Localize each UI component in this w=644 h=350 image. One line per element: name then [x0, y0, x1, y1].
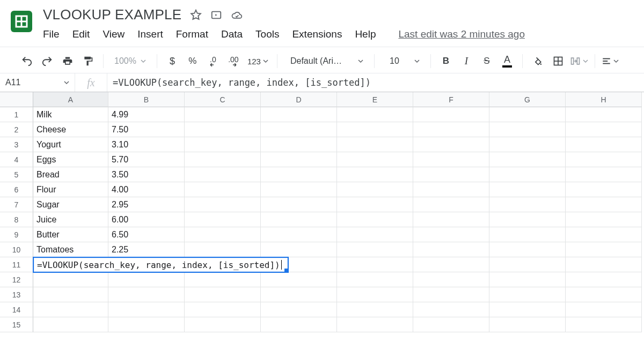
- cell-editor[interactable]: =VLOOKUP(search_key, range, index, [is_s…: [33, 257, 289, 273]
- select-all-corner[interactable]: [0, 92, 33, 107]
- cell-H13[interactable]: [566, 287, 642, 302]
- formula-bar-input[interactable]: [107, 73, 644, 92]
- row-header-15[interactable]: 15: [0, 317, 33, 332]
- cell-C1[interactable]: [185, 107, 261, 122]
- cloud-status-icon[interactable]: [231, 9, 243, 21]
- cell-D12[interactable]: [261, 272, 337, 287]
- cell-F9[interactable]: [413, 227, 489, 242]
- cell-G3[interactable]: [489, 137, 566, 152]
- cell-A2[interactable]: Cheese: [33, 122, 108, 137]
- cell-G14[interactable]: [489, 302, 566, 317]
- row-header-12[interactable]: 12: [0, 272, 33, 287]
- increase-decimal-button[interactable]: .00: [225, 53, 242, 70]
- cell-A5[interactable]: Bread: [33, 167, 108, 182]
- cell-B12[interactable]: [108, 272, 185, 287]
- row-header-3[interactable]: 3: [0, 137, 33, 152]
- cell-B1[interactable]: 4.99: [108, 107, 185, 122]
- name-box[interactable]: A11: [0, 73, 75, 92]
- cell-H9[interactable]: [566, 227, 642, 242]
- row-header-1[interactable]: 1: [0, 107, 33, 122]
- row-header-5[interactable]: 5: [0, 167, 33, 182]
- menu-file[interactable]: File: [43, 26, 67, 42]
- cell-D9[interactable]: [261, 227, 337, 242]
- zoom-dropdown[interactable]: 100%: [113, 56, 146, 66]
- cell-H12[interactable]: [566, 272, 642, 287]
- cell-B15[interactable]: [108, 317, 185, 332]
- menu-help[interactable]: Help: [355, 26, 383, 42]
- cell-B3[interactable]: 3.10: [108, 137, 185, 152]
- cell-G11[interactable]: [489, 257, 566, 272]
- menu-edit[interactable]: Edit: [72, 26, 98, 42]
- column-header-H[interactable]: H: [566, 92, 642, 107]
- column-header-A[interactable]: A: [33, 92, 108, 107]
- cell-A6[interactable]: Flour: [33, 182, 108, 197]
- cell-E8[interactable]: [337, 212, 413, 227]
- cell-H2[interactable]: [566, 122, 642, 137]
- cell-D6[interactable]: [261, 182, 337, 197]
- cell-A12[interactable]: [33, 272, 108, 287]
- cell-A4[interactable]: Eggs: [33, 152, 108, 167]
- menu-tools[interactable]: Tools: [255, 26, 287, 42]
- cell-C7[interactable]: [185, 197, 261, 212]
- cell-F14[interactable]: [413, 302, 489, 317]
- cell-D4[interactable]: [261, 152, 337, 167]
- column-header-D[interactable]: D: [261, 92, 337, 107]
- cell-C3[interactable]: [185, 137, 261, 152]
- cell-F13[interactable]: [413, 287, 489, 302]
- cell-G12[interactable]: [489, 272, 566, 287]
- cell-H10[interactable]: [566, 242, 642, 257]
- font-size-dropdown[interactable]: 10: [381, 53, 424, 70]
- cell-H8[interactable]: [566, 212, 642, 227]
- cell-H14[interactable]: [566, 302, 642, 317]
- cell-B4[interactable]: 5.70: [108, 152, 185, 167]
- undo-button[interactable]: [18, 53, 35, 70]
- cell-E5[interactable]: [337, 167, 413, 182]
- cell-E14[interactable]: [337, 302, 413, 317]
- currency-button[interactable]: $: [164, 53, 181, 70]
- cell-C2[interactable]: [185, 122, 261, 137]
- font-dropdown[interactable]: Default (Ari…: [284, 53, 368, 70]
- cell-E9[interactable]: [337, 227, 413, 242]
- cell-C15[interactable]: [185, 317, 261, 332]
- cell-D7[interactable]: [261, 197, 337, 212]
- cell-F8[interactable]: [413, 212, 489, 227]
- cell-F15[interactable]: [413, 317, 489, 332]
- cell-C14[interactable]: [185, 302, 261, 317]
- paint-format-button[interactable]: [79, 53, 97, 70]
- cell-D3[interactable]: [261, 137, 337, 152]
- cell-E4[interactable]: [337, 152, 413, 167]
- borders-button[interactable]: [550, 53, 567, 70]
- italic-button[interactable]: I: [458, 53, 475, 70]
- column-header-E[interactable]: E: [337, 92, 413, 107]
- number-format-dropdown[interactable]: 123: [245, 53, 270, 70]
- cell-H11[interactable]: [566, 257, 642, 272]
- cell-G7[interactable]: [489, 197, 566, 212]
- sheets-logo[interactable]: [8, 8, 35, 35]
- cell-G13[interactable]: [489, 287, 566, 302]
- cell-F1[interactable]: [413, 107, 489, 122]
- cell-F11[interactable]: [413, 257, 489, 272]
- cell-A8[interactable]: Juice: [33, 212, 108, 227]
- menu-extensions[interactable]: Extensions: [292, 26, 349, 42]
- horizontal-align-dropdown[interactable]: [602, 53, 619, 70]
- cell-B2[interactable]: 7.50: [108, 122, 185, 137]
- cell-F4[interactable]: [413, 152, 489, 167]
- cell-F6[interactable]: [413, 182, 489, 197]
- column-header-F[interactable]: F: [413, 92, 489, 107]
- cell-B5[interactable]: 3.50: [108, 167, 185, 182]
- column-header-G[interactable]: G: [489, 92, 566, 107]
- cell-B9[interactable]: 6.50: [108, 227, 185, 242]
- row-header-13[interactable]: 13: [0, 287, 33, 302]
- cell-E3[interactable]: [337, 137, 413, 152]
- cell-G10[interactable]: [489, 242, 566, 257]
- cell-E11[interactable]: [337, 257, 413, 272]
- cell-C8[interactable]: [185, 212, 261, 227]
- cell-H3[interactable]: [566, 137, 642, 152]
- cell-F7[interactable]: [413, 197, 489, 212]
- cell-D15[interactable]: [261, 317, 337, 332]
- cell-G5[interactable]: [489, 167, 566, 182]
- redo-button[interactable]: [39, 53, 56, 70]
- cell-E10[interactable]: [337, 242, 413, 257]
- strikethrough-button[interactable]: S: [478, 53, 495, 70]
- cell-D14[interactable]: [261, 302, 337, 317]
